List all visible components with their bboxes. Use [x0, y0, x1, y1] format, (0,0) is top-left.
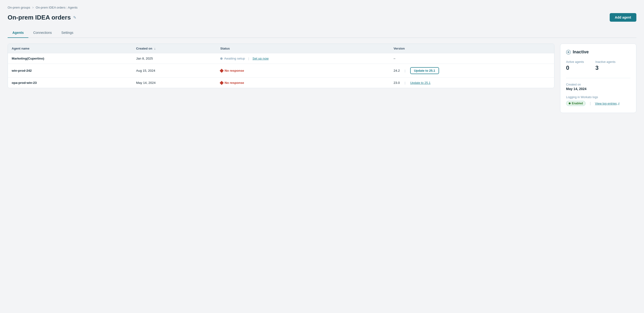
view-log-entries-link[interactable]: View log entries ↗	[595, 102, 620, 105]
tabs-bar: Agents Connections Settings	[8, 28, 636, 38]
agent-version-opa-prod-win-23: 23.0 | Update to 25.1	[390, 78, 554, 88]
agent-status-win-prod-242: No response	[216, 64, 390, 78]
version-number-1: 24.2	[394, 69, 400, 72]
separator: |	[590, 101, 591, 105]
panel-status-text: Inactive	[573, 49, 589, 54]
agents-table-section: Agent name Created on ↓ Status Version M…	[8, 44, 554, 88]
breadcrumb-separator: >	[32, 6, 34, 9]
logging-label: Logging in Workato logs	[566, 95, 630, 99]
breadcrumb-parent[interactable]: On-prem groups	[8, 6, 30, 9]
main-content: Agent name Created on ↓ Status Version M…	[8, 44, 636, 113]
inactive-agents-count: 3	[596, 64, 616, 71]
active-agents-label: Active agents	[566, 60, 584, 64]
panel-status-row: Inactive	[566, 49, 630, 54]
set-up-now-link[interactable]: Set up now	[252, 57, 268, 60]
external-link-icon: ↗	[618, 102, 620, 105]
update-to-25-button[interactable]: Update to 25.1	[410, 67, 439, 74]
agent-status-opa-prod-win-23: No response	[216, 78, 390, 88]
enabled-dot-icon	[569, 102, 570, 104]
breadcrumb: On-prem groups > On-prem IDEA orders : A…	[8, 6, 636, 9]
sort-arrow-icon: ↓	[154, 47, 156, 50]
agent-name-opa-prod-win-23: opa-prod-win-23	[8, 78, 132, 88]
agent-name-marketing: Marketing(Cupertino)	[8, 53, 132, 64]
tab-agents[interactable]: Agents	[8, 28, 28, 38]
col-version: Version	[390, 44, 554, 53]
separator: |	[404, 69, 406, 72]
agent-status-marketing: Awaiting setup | Set up now	[216, 53, 390, 64]
tab-settings[interactable]: Settings	[56, 28, 78, 38]
enabled-badge: Enabled	[566, 101, 586, 106]
no-response-text-1: No response	[224, 69, 244, 72]
no-response-icon	[220, 81, 224, 85]
table-row: win-prod-242 Aug 15, 2024 No response 24…	[8, 64, 554, 78]
inactive-status-icon	[566, 50, 571, 54]
agents-table: Agent name Created on ↓ Status Version M…	[8, 44, 554, 88]
logging-row: Enabled | View log entries ↗	[566, 101, 630, 106]
agent-created-opa-prod-win-23: May 14, 2024	[132, 78, 216, 88]
add-agent-button[interactable]: Add agent	[610, 13, 636, 22]
table-row: opa-prod-win-23 May 14, 2024 No response…	[8, 78, 554, 88]
page-title-area: On-prem IDEA orders ✎	[8, 14, 76, 21]
no-response-icon	[220, 69, 224, 73]
agent-created-marketing: Jan 8, 2025	[132, 53, 216, 64]
logging-section: Logging in Workato logs Enabled | View l…	[566, 95, 630, 106]
inactive-agents-label: Inactive agents	[596, 60, 616, 64]
agent-version-win-prod-242: 24.2 | Update to 25.1	[390, 64, 554, 78]
col-status: Status	[216, 44, 390, 53]
panel-divider	[566, 78, 630, 78]
created-on-date: May 14, 2024	[566, 87, 630, 91]
created-section: Created on May 14, 2024	[566, 83, 630, 91]
view-log-text: View log entries	[595, 102, 617, 105]
table-row: Marketing(Cupertino) Jan 8, 2025 Awaitin…	[8, 53, 554, 64]
separator: |	[404, 81, 406, 85]
page-header: On-prem IDEA orders ✎ Add agent	[8, 13, 636, 22]
breadcrumb-current: On-prem IDEA orders : Agents	[36, 6, 78, 9]
agent-version-marketing: –	[390, 53, 554, 64]
agent-created-win-prod-242: Aug 15, 2024	[132, 64, 216, 78]
inactive-agents-col: Inactive agents 3	[596, 60, 616, 71]
created-on-label: Created on	[566, 83, 630, 86]
enabled-text: Enabled	[572, 102, 583, 105]
col-agent-name: Agent name	[8, 44, 132, 53]
col-created-on[interactable]: Created on ↓	[132, 44, 216, 53]
active-agents-col: Active agents 0	[566, 60, 584, 71]
no-response-text-2: No response	[224, 81, 244, 85]
edit-icon[interactable]: ✎	[73, 15, 76, 20]
page-title: On-prem IDEA orders	[8, 14, 71, 21]
active-agents-count: 0	[566, 64, 584, 71]
agent-name-win-prod-242: win-prod-242	[8, 64, 132, 78]
awaiting-setup-text: Awaiting setup	[224, 57, 245, 60]
agents-counts-row: Active agents 0 Inactive agents 3	[566, 60, 630, 71]
status-dot-icon	[220, 57, 222, 60]
update-to-25-link[interactable]: Update to 25.1	[410, 81, 430, 85]
side-panel: Inactive Active agents 0 Inactive agents…	[560, 44, 636, 113]
version-number-2: 23.0	[394, 81, 400, 85]
separator: |	[248, 57, 249, 60]
tab-connections[interactable]: Connections	[28, 28, 56, 38]
